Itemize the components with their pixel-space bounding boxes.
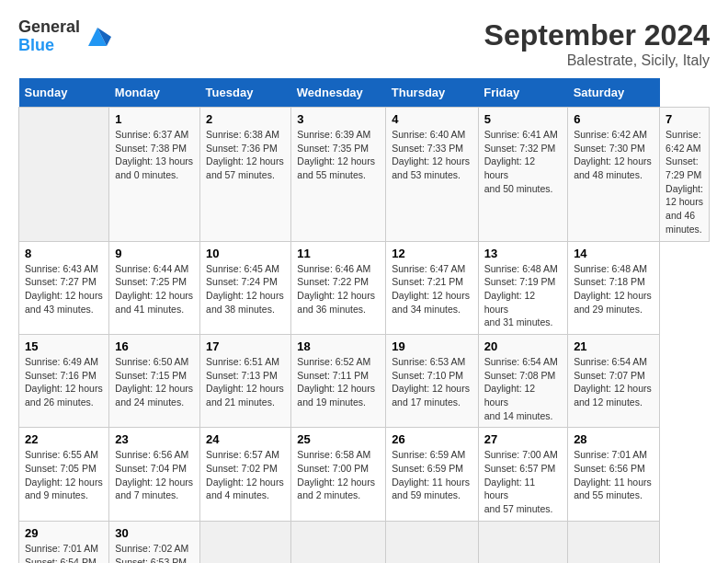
calendar-day-cell: 12Sunrise: 6:47 AM Sunset: 7:21 PM Dayli…	[386, 241, 478, 334]
calendar-day-cell: 28Sunrise: 7:01 AM Sunset: 6:56 PM Dayli…	[568, 428, 660, 521]
header-monday: Monday	[109, 78, 200, 108]
calendar-day-cell: 9Sunrise: 6:44 AM Sunset: 7:25 PM Daylig…	[109, 241, 200, 334]
calendar-day-cell: 10Sunrise: 6:45 AM Sunset: 7:24 PM Dayli…	[200, 241, 291, 334]
day-number: 2	[206, 112, 285, 126]
day-number: 18	[297, 339, 380, 353]
day-number: 19	[392, 339, 472, 353]
calendar-day-cell: 5Sunrise: 6:41 AM Sunset: 7:32 PM Daylig…	[478, 108, 567, 242]
day-info: Sunrise: 6:44 AM Sunset: 7:25 PM Dayligh…	[115, 262, 194, 316]
logo-general: General	[18, 18, 80, 37]
day-info: Sunrise: 6:57 AM Sunset: 7:02 PM Dayligh…	[206, 448, 285, 502]
calendar-day-cell	[200, 521, 291, 563]
calendar-day-cell: 26Sunrise: 6:59 AM Sunset: 6:59 PM Dayli…	[386, 428, 478, 521]
day-info: Sunrise: 6:42 AM Sunset: 7:30 PM Dayligh…	[574, 128, 654, 182]
calendar-day-cell: 24Sunrise: 6:57 AM Sunset: 7:02 PM Dayli…	[200, 428, 291, 521]
calendar-day-cell: 27Sunrise: 7:00 AM Sunset: 6:57 PM Dayli…	[478, 428, 567, 521]
day-number: 22	[25, 432, 103, 446]
day-number: 24	[206, 432, 285, 446]
calendar-day-cell: 11Sunrise: 6:46 AM Sunset: 7:22 PM Dayli…	[291, 241, 386, 334]
weekday-header-row: Sunday Monday Tuesday Wednesday Thursday…	[19, 78, 710, 108]
calendar-day-cell: 14Sunrise: 6:48 AM Sunset: 7:18 PM Dayli…	[568, 241, 660, 334]
day-info: Sunrise: 6:53 AM Sunset: 7:10 PM Dayligh…	[392, 355, 472, 409]
calendar-day-cell: 20Sunrise: 6:54 AM Sunset: 7:08 PM Dayli…	[478, 334, 567, 427]
calendar-day-cell: 17Sunrise: 6:51 AM Sunset: 7:13 PM Dayli…	[200, 334, 291, 427]
day-number: 3	[297, 112, 380, 126]
day-number: 21	[574, 339, 654, 353]
day-number: 14	[574, 247, 654, 260]
day-number: 27	[484, 432, 562, 446]
day-info: Sunrise: 6:45 AM Sunset: 7:24 PM Dayligh…	[206, 262, 285, 316]
calendar-week-row: 1Sunrise: 6:37 AM Sunset: 7:38 PM Daylig…	[19, 108, 710, 242]
day-info: Sunrise: 6:49 AM Sunset: 7:16 PM Dayligh…	[25, 355, 103, 409]
calendar-day-cell: 1Sunrise: 6:37 AM Sunset: 7:38 PM Daylig…	[109, 108, 200, 242]
logo-blue: Blue	[18, 37, 80, 55]
title-section: September 2024 Balestrate, Sicily, Italy	[484, 18, 710, 69]
day-info: Sunrise: 6:54 AM Sunset: 7:08 PM Dayligh…	[484, 355, 562, 422]
header-tuesday: Tuesday	[200, 78, 291, 108]
day-info: Sunrise: 6:43 AM Sunset: 7:27 PM Dayligh…	[25, 262, 103, 316]
header-thursday: Thursday	[386, 78, 478, 108]
day-info: Sunrise: 6:40 AM Sunset: 7:33 PM Dayligh…	[392, 128, 472, 182]
calendar-day-cell	[568, 521, 660, 563]
calendar-day-cell: 30Sunrise: 7:02 AM Sunset: 6:53 PM Dayli…	[109, 521, 200, 563]
calendar-day-cell: 25Sunrise: 6:58 AM Sunset: 7:00 PM Dayli…	[291, 428, 386, 521]
day-info: Sunrise: 6:59 AM Sunset: 6:59 PM Dayligh…	[392, 448, 472, 502]
calendar-day-cell	[478, 521, 567, 563]
calendar-day-cell: 2Sunrise: 6:38 AM Sunset: 7:36 PM Daylig…	[200, 108, 291, 242]
day-number: 5	[484, 112, 562, 126]
day-info: Sunrise: 6:47 AM Sunset: 7:21 PM Dayligh…	[392, 262, 472, 316]
month-title: September 2024	[484, 18, 710, 52]
day-number: 4	[392, 112, 472, 126]
header-saturday: Saturday	[568, 78, 660, 108]
day-number: 9	[115, 247, 194, 260]
calendar-day-cell: 4Sunrise: 6:40 AM Sunset: 7:33 PM Daylig…	[386, 108, 478, 242]
day-number: 30	[115, 526, 194, 540]
day-number: 25	[297, 432, 380, 446]
day-number: 11	[297, 247, 380, 260]
logo: General Blue	[18, 18, 111, 55]
calendar-table: Sunday Monday Tuesday Wednesday Thursday…	[18, 78, 710, 563]
day-info: Sunrise: 6:42 AM Sunset: 7:29 PM Dayligh…	[665, 128, 703, 236]
day-number: 17	[206, 339, 285, 353]
day-number: 29	[25, 526, 103, 540]
subtitle: Balestrate, Sicily, Italy	[484, 52, 710, 69]
calendar-day-cell	[291, 521, 386, 563]
calendar-day-cell: 8Sunrise: 6:43 AM Sunset: 7:27 PM Daylig…	[19, 241, 109, 334]
calendar-day-cell: 18Sunrise: 6:52 AM Sunset: 7:11 PM Dayli…	[291, 334, 386, 427]
day-info: Sunrise: 7:02 AM Sunset: 6:53 PM Dayligh…	[115, 542, 194, 563]
day-number: 6	[574, 112, 654, 126]
calendar-week-row: 8Sunrise: 6:43 AM Sunset: 7:27 PM Daylig…	[19, 241, 710, 334]
calendar-day-cell: 13Sunrise: 6:48 AM Sunset: 7:19 PM Dayli…	[478, 241, 567, 334]
calendar-week-row: 15Sunrise: 6:49 AM Sunset: 7:16 PM Dayli…	[19, 334, 710, 427]
calendar-day-cell: 15Sunrise: 6:49 AM Sunset: 7:16 PM Dayli…	[19, 334, 109, 427]
day-number: 20	[484, 339, 562, 353]
header-sunday: Sunday	[19, 78, 109, 108]
calendar-day-cell: 29Sunrise: 7:01 AM Sunset: 6:54 PM Dayli…	[19, 521, 109, 563]
calendar-day-cell: 19Sunrise: 6:53 AM Sunset: 7:10 PM Dayli…	[386, 334, 478, 427]
day-info: Sunrise: 6:46 AM Sunset: 7:22 PM Dayligh…	[297, 262, 380, 316]
day-info: Sunrise: 7:00 AM Sunset: 6:57 PM Dayligh…	[484, 448, 562, 515]
day-info: Sunrise: 6:52 AM Sunset: 7:11 PM Dayligh…	[297, 355, 380, 409]
calendar-week-row: 22Sunrise: 6:55 AM Sunset: 7:05 PM Dayli…	[19, 428, 710, 521]
day-number: 26	[392, 432, 472, 446]
day-number: 7	[665, 112, 703, 126]
day-info: Sunrise: 6:50 AM Sunset: 7:15 PM Dayligh…	[115, 355, 194, 409]
calendar-day-cell: 22Sunrise: 6:55 AM Sunset: 7:05 PM Dayli…	[19, 428, 109, 521]
day-number: 8	[25, 247, 103, 260]
header-friday: Friday	[478, 78, 567, 108]
calendar-day-cell: 7Sunrise: 6:42 AM Sunset: 7:29 PM Daylig…	[660, 108, 710, 242]
day-info: Sunrise: 6:55 AM Sunset: 7:05 PM Dayligh…	[25, 448, 103, 502]
day-number: 10	[206, 247, 285, 260]
calendar-day-cell: 21Sunrise: 6:54 AM Sunset: 7:07 PM Dayli…	[568, 334, 660, 427]
day-number: 13	[484, 247, 562, 260]
logo-icon	[84, 23, 111, 51]
calendar-day-cell	[386, 521, 478, 563]
day-info: Sunrise: 6:56 AM Sunset: 7:04 PM Dayligh…	[115, 448, 194, 502]
calendar-day-cell: 16Sunrise: 6:50 AM Sunset: 7:15 PM Dayli…	[109, 334, 200, 427]
calendar-day-cell: 23Sunrise: 6:56 AM Sunset: 7:04 PM Dayli…	[109, 428, 200, 521]
day-info: Sunrise: 6:41 AM Sunset: 7:32 PM Dayligh…	[484, 128, 562, 195]
day-number: 28	[574, 432, 654, 446]
day-number: 12	[392, 247, 472, 260]
page-header: General Blue September 2024 Balestrate, …	[18, 18, 710, 69]
day-number: 16	[115, 339, 194, 353]
